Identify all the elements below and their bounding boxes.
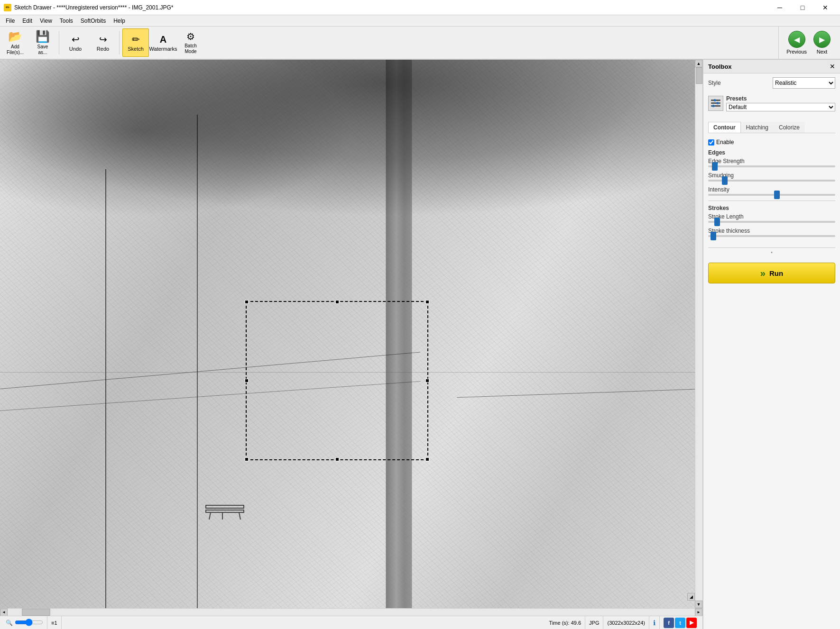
- status-format: JPG: [585, 616, 603, 629]
- nav-controls: ◀ Previous ▶ Next: [778, 27, 838, 59]
- time-value: 49.6: [571, 620, 581, 626]
- previous-button[interactable]: ◀ Previous: [784, 29, 810, 56]
- format-value: JPG: [589, 620, 599, 626]
- style-row: Style Realistic Classic Manga Color: [708, 77, 835, 89]
- run-button[interactable]: » Run: [708, 263, 835, 283]
- menu-edit[interactable]: Edit: [18, 15, 36, 26]
- close-button[interactable]: ✕: [814, 0, 836, 15]
- status-dimensions: (3022x3022x24): [603, 616, 649, 629]
- enable-checkbox[interactable]: [708, 139, 714, 146]
- next-icon: ▶: [813, 31, 831, 48]
- intensity-track: [708, 194, 835, 196]
- add-files-button[interactable]: 📂 AddFile(s)...: [2, 28, 28, 57]
- scroll-up-arrow: ▲: [695, 60, 702, 67]
- tab-contour[interactable]: Contour: [708, 122, 741, 133]
- menu-view[interactable]: View: [36, 15, 56, 26]
- dimensions-value: (3022x3022x24): [607, 620, 645, 626]
- facebook-icon[interactable]: f: [664, 618, 674, 628]
- tab-colorize[interactable]: Colorize: [774, 122, 805, 133]
- edge-strength-label: Edge Strength: [708, 158, 835, 164]
- smudging-thumb[interactable]: [722, 176, 728, 185]
- redo-button[interactable]: ↪ Redo: [90, 28, 116, 57]
- presets-section: Presets Default Soft Strong Fine Art: [703, 95, 840, 118]
- svg-point-9: [717, 102, 719, 104]
- app-icon: ✏: [4, 4, 11, 11]
- scroll-left-button[interactable]: ◄: [0, 609, 8, 616]
- youtube-icon[interactable]: ▶: [686, 618, 697, 628]
- divider-1: [708, 201, 835, 201]
- bench: [203, 497, 246, 520]
- svg-rect-6: [711, 102, 720, 104]
- expand-corner[interactable]: ◢: [687, 593, 695, 601]
- collapse-dot[interactable]: •: [703, 250, 840, 255]
- presets-svg: [710, 98, 721, 109]
- presets-row: Presets Default Soft Strong Fine Art: [708, 95, 835, 111]
- edges-title: Edges: [708, 149, 835, 156]
- twitter-icon[interactable]: t: [675, 618, 685, 628]
- presets-content: Presets Default Soft Strong Fine Art: [726, 95, 835, 111]
- svg-point-8: [714, 99, 716, 101]
- undo-button[interactable]: ↩ Undo: [62, 28, 89, 57]
- undo-label: Undo: [69, 46, 82, 52]
- vscroll-thumb[interactable]: [696, 67, 702, 84]
- style-select[interactable]: Realistic Classic Manga Color: [773, 77, 835, 89]
- stroke-length-thumb[interactable]: [714, 218, 720, 226]
- minimize-button[interactable]: ─: [769, 0, 791, 15]
- sketch-icon: ✏: [132, 34, 140, 45]
- presets-select[interactable]: Default Soft Strong Fine Art: [726, 103, 835, 111]
- ratio-value: ≡1: [51, 620, 57, 626]
- info-icon[interactable]: ℹ: [653, 619, 655, 627]
- scroll-track[interactable]: [8, 609, 695, 616]
- next-label: Next: [817, 49, 828, 55]
- menu-help[interactable]: Help: [110, 15, 129, 26]
- toolbar-sep-1: [59, 31, 59, 55]
- toolbox-panel: Toolbox ✕ Style Realistic Classic Manga …: [702, 60, 840, 629]
- toolbox-title: Toolbox: [708, 63, 732, 70]
- style-section: Style Realistic Classic Manga Color: [703, 73, 840, 95]
- save-as-button[interactable]: 💾 Saveas...: [29, 28, 56, 57]
- stroke-thickness-track: [708, 235, 835, 237]
- menu-file[interactable]: File: [2, 15, 18, 26]
- maximize-button[interactable]: □: [792, 0, 813, 15]
- pole-right: [197, 115, 198, 608]
- batch-mode-label: BatchMode: [185, 43, 197, 55]
- stroke-thickness-thumb[interactable]: [711, 232, 716, 240]
- intensity-thumb[interactable]: [774, 191, 780, 199]
- prev-next-group: ◀ Previous ▶ Next: [784, 29, 833, 56]
- svg-line-3: [239, 512, 240, 520]
- smudging-slider-row: [708, 180, 835, 182]
- redo-label: Redo: [97, 46, 109, 52]
- scroll-right-button[interactable]: ►: [695, 609, 702, 616]
- save-as-label: Saveas...: [37, 44, 48, 55]
- canvas-area[interactable]: ▲ ▼ ◢: [0, 60, 702, 608]
- status-ratio: ≡1: [47, 616, 62, 629]
- menu-tools[interactable]: Tools: [56, 15, 77, 26]
- edge-strength-track: [708, 165, 835, 167]
- toolbox-close-button[interactable]: ✕: [830, 63, 835, 70]
- watermarks-button[interactable]: A Watermarks: [150, 28, 176, 57]
- main-area: ▲ ▼ ◢ ◄ ► 🔍: [0, 60, 840, 629]
- enable-label[interactable]: Enable: [716, 139, 734, 146]
- status-info[interactable]: ℹ: [649, 616, 660, 629]
- stroke-thickness-slider-row: [708, 235, 835, 237]
- sketch-label: Sketch: [128, 46, 144, 52]
- scroll-down-arrow: ▼: [695, 601, 702, 608]
- sketch-button[interactable]: ✏ Sketch: [122, 28, 149, 57]
- batch-mode-icon: ⚙: [186, 31, 195, 42]
- zoom-slider[interactable]: [15, 620, 43, 625]
- tab-hatching[interactable]: Hatching: [741, 122, 774, 133]
- stroke-thickness-label: Stroke thickness: [708, 228, 835, 234]
- edge-strength-thumb[interactable]: [712, 162, 718, 171]
- time-label: Time (s):: [549, 620, 570, 626]
- presets-label: Presets: [726, 95, 835, 102]
- watermarks-label: Watermarks: [149, 46, 177, 52]
- edge-strength-slider-row: [708, 165, 835, 167]
- batch-mode-button[interactable]: ⚙ BatchMode: [177, 28, 204, 57]
- title-bar-controls: ─ □ ✕: [769, 0, 836, 15]
- menu-softorbits[interactable]: SoftOrbits: [77, 15, 110, 26]
- vscroll-track[interactable]: [695, 67, 702, 601]
- watermarks-icon: A: [160, 34, 166, 45]
- next-button[interactable]: ▶ Next: [811, 29, 833, 56]
- scroll-thumb[interactable]: [22, 609, 50, 616]
- title-bar-left: ✏ Sketch Drawer - ****Unregistered versi…: [4, 4, 173, 11]
